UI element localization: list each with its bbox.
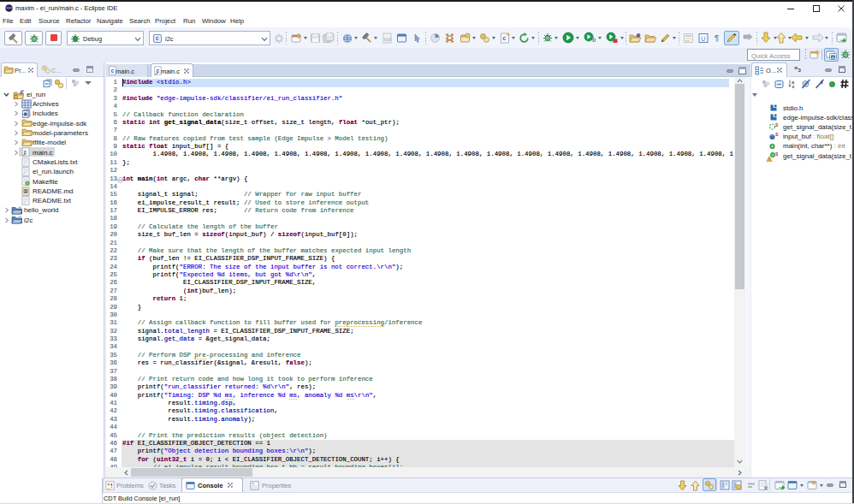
svg-text:c: c [110,68,114,74]
svg-text:c: c [832,56,833,59]
svg-text:c: c [502,34,506,41]
svg-text:z: z [792,84,795,89]
svg-text:c: c [156,36,159,42]
svg-text:U: U [701,35,705,41]
svg-text:010: 010 [384,38,392,42]
